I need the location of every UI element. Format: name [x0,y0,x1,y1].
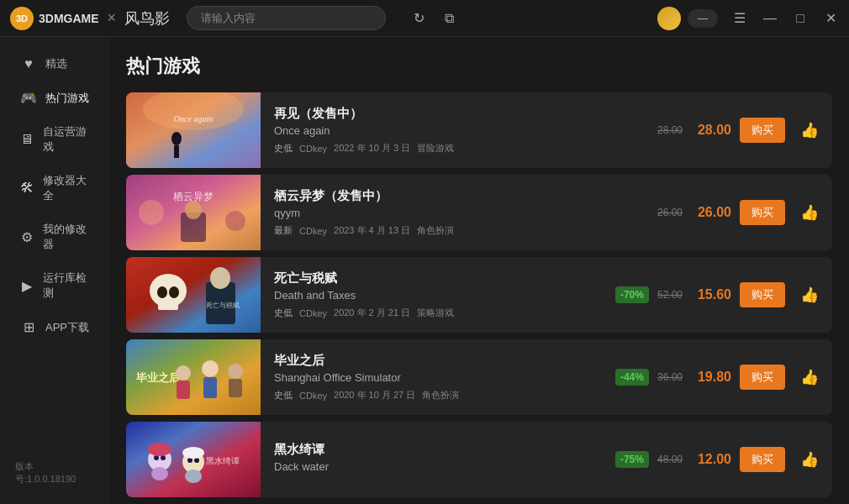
svg-point-7 [139,200,164,225]
svg-point-10 [185,201,202,219]
page-title: 热门游戏 [126,54,832,79]
search-area[interactable] [187,6,386,30]
game-meta-once-again: 史低 CDkey 2022 年 10 月 3 日 冒险游戏 [274,142,644,155]
svg-rect-24 [229,379,242,397]
price-area-qyym: 26.00 26.00 购买 👍 [657,200,832,225]
thumb-svg-once-again: Once again [126,92,261,168]
meta-date-0: 2022 年 10 月 3 日 [334,142,410,155]
svg-point-23 [228,364,243,379]
logo-icon: 3D [10,7,34,30]
original-price-0: 28.00 [657,124,683,136]
current-price-0: 28.00 [691,123,731,138]
buy-button-2[interactable]: 购买 [740,282,785,307]
game-info-death-taxes: 死亡与税赋 Death and Taxes 史低 CDkey 2020 年 2 … [261,262,615,328]
svg-point-37 [182,447,204,459]
user-avatar[interactable] [657,7,681,30]
sidebar-item-mytrainer[interactable]: ⚙ 我的修改器 [5,213,104,260]
close-button[interactable]: ✕ [822,10,839,27]
buy-button-1[interactable]: 购买 [740,200,785,225]
svg-point-8 [225,211,245,231]
selfrun-icon: 🖥 [20,132,34,147]
meta-cdkey-0: CDkey [299,144,327,154]
titlebar: 3D 3DMGAME × 风鸟影 ↻ ⧉ — ☰ — □ ✕ [0,0,849,37]
sidebar-label-hot: 热门游戏 [45,91,89,106]
meta-date-1: 2023 年 4 月 13 日 [334,224,410,237]
game-meta-qyym: 最新 CDkey 2023 年 4 月 13 日 角色扮演 [274,224,644,237]
sidebar-label-app: APP下载 [45,320,89,335]
meta-cdkey-1: CDkey [299,226,327,236]
meta-genre-2: 策略游戏 [417,307,454,319]
game-en-title-dack-water: Dack water [274,460,602,473]
game-thumbnail-qyym: 栖云异梦 [126,175,261,250]
game-cn-title-qyym: 栖云异梦（发售中） [274,188,644,204]
game-list: Once again 再见（发售中） Once again 史低 CDkey 2… [126,92,832,497]
game-thumbnail-shanghai: 毕业之后 [126,339,261,415]
discount-badge-3: -44% [615,369,649,386]
game-en-title-death-taxes: Death and Taxes [274,289,602,302]
game-thumbnail-once-again: Once again [126,92,261,168]
sidebar-item-app[interactable]: ⊞ APP下载 [5,311,104,344]
like-button-1[interactable]: 👍 [794,200,825,225]
menu-button[interactable]: ☰ [731,10,748,27]
current-price-1: 26.00 [691,205,731,220]
like-button-0[interactable]: 👍 [794,118,825,143]
like-button-2[interactable]: 👍 [794,282,825,307]
maximize-button[interactable]: □ [792,10,809,27]
sidebar-label-runtime: 运行库检测 [43,270,89,301]
game-card-shanghai: 毕业之后 毕业之后 Shanghai Office Simulator 史 [126,339,832,415]
refresh-icon[interactable]: ↻ [409,9,428,28]
svg-text:毕业之后: 毕业之后 [136,371,181,384]
app-icon: ⊞ [20,319,37,335]
mytrainer-icon: ⚙ [20,229,34,245]
game-meta-shanghai: 史低 CDkey 2020 年 10 月 27 日 角色扮演 [274,389,602,402]
thumb-svg-dack-water: 黑水绮谭 [126,422,261,497]
like-button-4[interactable]: 👍 [794,447,825,472]
version-label: 版本号:1.0.0.18190 [0,452,109,494]
buy-button-0[interactable]: 购买 [740,118,785,143]
game-thumbnail-death-taxes: 死亡与税赋 [126,257,261,333]
price-area-death-taxes: -70% 52.00 15.60 购买 👍 [615,282,832,307]
game-info-qyym: 栖云异梦（发售中） qyym 最新 CDkey 2023 年 4 月 13 日 … [261,180,657,245]
sidebar-item-featured[interactable]: ♥ 精选 [5,48,104,80]
titlebar-action-icons: ↻ ⧉ [409,9,458,28]
svg-point-12 [150,274,187,307]
buy-button-4[interactable]: 购买 [740,447,785,472]
meta-shidi-3: 史低 [274,389,293,402]
original-price-4: 48.00 [657,454,683,465]
svg-point-32 [148,443,171,456]
meta-genre-0: 冒险游戏 [417,142,454,155]
sidebar-label-selfrun: 自运营游戏 [43,124,89,155]
username-display[interactable]: — [688,9,718,28]
svg-text:黑水绮谭: 黑水绮谭 [206,456,240,465]
hot-icon: 🎮 [20,90,37,106]
svg-point-17 [210,267,230,289]
game-info-once-again: 再见（发售中） Once again 史低 CDkey 2022 年 10 月 … [261,97,657,163]
game-cn-title-death-taxes: 死亡与税赋 [274,270,602,286]
search-input[interactable] [187,6,386,30]
original-price-1: 26.00 [657,207,683,218]
sidebar-item-trainer[interactable]: 🛠 修改器大全 [5,165,104,212]
svg-point-21 [202,360,219,377]
runtime-icon: ▶ [20,278,34,294]
minimize-button[interactable]: — [762,10,778,27]
svg-text:死亡与税赋: 死亡与税赋 [206,302,240,309]
sidebar-item-selfrun[interactable]: 🖥 自运营游戏 [5,116,104,163]
like-button-3[interactable]: 👍 [794,365,825,390]
game-card-qyym: 栖云异梦 栖云异梦（发售中） qyym 最新 CDkey [126,175,832,250]
sidebar-item-runtime[interactable]: ▶ 运行库检测 [5,262,104,309]
thumb-svg-qyym: 栖云异梦 [126,175,261,250]
logo-sub-text: 风鸟影 [124,8,170,29]
meta-shidi-0: 史低 [274,142,293,155]
sidebar-item-hot[interactable]: 🎮 热门游戏 [5,81,104,114]
svg-point-2 [171,132,182,145]
original-price-2: 52.00 [657,289,683,301]
svg-rect-22 [203,377,217,398]
buy-button-3[interactable]: 购买 [740,365,785,390]
trainer-icon: 🛠 [20,181,34,196]
svg-text:Once again: Once again [174,114,213,123]
svg-rect-3 [174,145,179,158]
copy-icon[interactable]: ⧉ [440,9,458,28]
game-cn-title-shanghai: 毕业之后 [274,353,602,369]
meta-genre-3: 角色扮演 [422,389,459,402]
svg-point-34 [185,470,202,483]
